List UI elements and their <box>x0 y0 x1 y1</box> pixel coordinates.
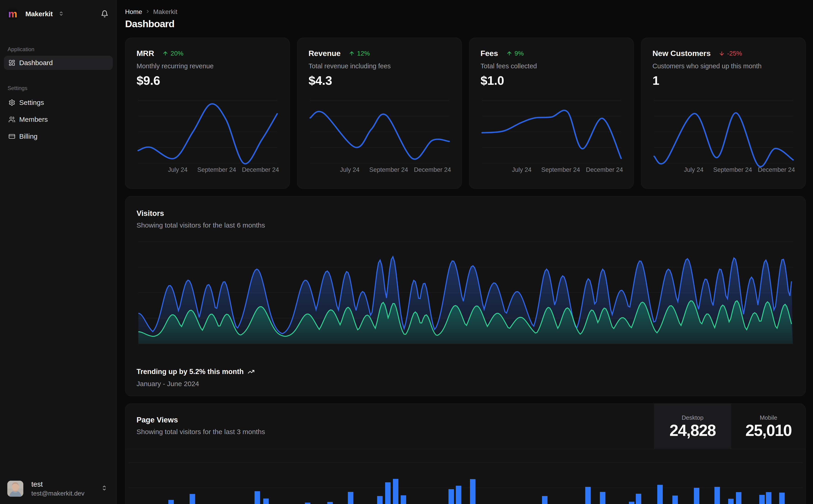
svg-text:m: m <box>8 9 17 19</box>
